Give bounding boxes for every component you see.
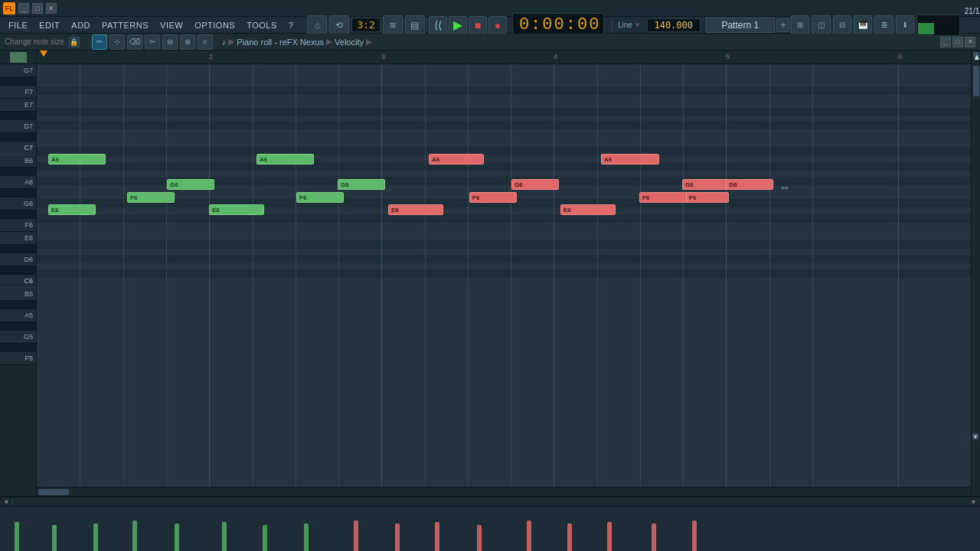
vel-bar-10[interactable] bbox=[395, 523, 400, 551]
key-F7[interactable]: F7 bbox=[0, 86, 36, 99]
breadcrumb-pianoroll[interactable]: Piano roll - reFX Nexus bbox=[237, 37, 324, 47]
cut-tool[interactable]: ✂ bbox=[145, 34, 160, 50]
vel-bar-7[interactable] bbox=[263, 525, 267, 551]
note-F6-1[interactable]: F6 bbox=[127, 192, 175, 203]
key-B5[interactable]: B5 bbox=[0, 288, 36, 301]
key-E7[interactable]: E7 bbox=[0, 99, 36, 112]
play-btn[interactable]: ▶ bbox=[449, 16, 467, 34]
mixer-icon[interactable]: ⊞ bbox=[791, 15, 809, 35]
pattern-selector[interactable]: Pattern 1 bbox=[706, 18, 775, 33]
vel-bar-17[interactable] bbox=[692, 520, 697, 551]
pianoroll-maximize-btn[interactable]: □ bbox=[952, 37, 963, 47]
magnet-btn[interactable]: ⌂ bbox=[307, 15, 327, 35]
stop-btn[interactable]: ■ bbox=[469, 16, 487, 34]
note-F6-5[interactable]: F6 bbox=[686, 192, 729, 203]
vel-bar-6[interactable] bbox=[222, 522, 227, 551]
key-F5[interactable]: F5 bbox=[0, 352, 36, 365]
key-B6[interactable]: B6 bbox=[0, 155, 36, 168]
key-A5[interactable]: A5 bbox=[0, 309, 36, 322]
grid-scroll[interactable]: A6 G6 F6 E6 A6 G6 F6 E6 bbox=[37, 64, 971, 487]
key-A6[interactable]: A6 bbox=[0, 176, 36, 189]
browser-icon[interactable]: ◫ bbox=[812, 15, 830, 35]
pattern-add-btn[interactable]: + bbox=[776, 18, 790, 32]
piano-icon[interactable]: 🎹 bbox=[854, 15, 872, 35]
pianoroll-close-btn[interactable]: ✕ bbox=[965, 37, 975, 47]
note-A6-3[interactable]: A6 bbox=[429, 154, 484, 165]
vel-bar-2[interactable] bbox=[52, 525, 57, 551]
key-Gb6[interactable] bbox=[0, 210, 36, 219]
minimize-button[interactable]: _ bbox=[18, 3, 29, 14]
record-btn[interactable]: ● bbox=[488, 16, 507, 34]
note-E6-4[interactable]: E6 bbox=[560, 204, 616, 215]
note-G6-3[interactable]: G6 bbox=[511, 179, 559, 190]
vel-bar-8[interactable] bbox=[304, 523, 309, 551]
note-E6-3[interactable]: E6 bbox=[388, 204, 443, 215]
vel-bar-11[interactable] bbox=[435, 522, 439, 551]
vel-bar-9[interactable] bbox=[354, 520, 358, 551]
plugins-icon[interactable]: ⊟ bbox=[833, 15, 851, 35]
v-scrollbar[interactable]: ▲ ▼ bbox=[971, 51, 980, 496]
menu-patterns[interactable]: PATTERNS bbox=[96, 19, 154, 31]
key-D6[interactable]: D6 bbox=[0, 253, 36, 266]
note-E6-1[interactable]: E6 bbox=[48, 204, 96, 215]
strum-tool[interactable]: ≈ bbox=[198, 34, 213, 50]
back-btn[interactable]: ⟨⟨ bbox=[429, 16, 447, 34]
key-Bb5[interactable] bbox=[0, 301, 36, 309]
h-scrollbar[interactable] bbox=[37, 487, 971, 496]
key-C7[interactable]: C7 bbox=[0, 142, 36, 155]
key-G5[interactable]: G5 bbox=[0, 331, 36, 344]
key-Db6[interactable] bbox=[0, 266, 36, 275]
vel-bar-15[interactable] bbox=[607, 522, 612, 551]
v-scrollbar-up[interactable]: ▲ bbox=[973, 52, 979, 58]
loop-btn[interactable]: ⟲ bbox=[329, 15, 349, 35]
menu-edit[interactable]: EDIT bbox=[34, 19, 65, 31]
key-G6[interactable]: G6 bbox=[0, 197, 36, 210]
draw-tool[interactable]: ✏ bbox=[92, 34, 107, 50]
note-G6-5[interactable]: G6 bbox=[726, 179, 773, 190]
note-G6-1[interactable]: G6 bbox=[167, 179, 214, 190]
note-E6-2[interactable]: E6 bbox=[209, 204, 264, 215]
note-G6-2[interactable]: G6 bbox=[338, 179, 385, 190]
v-scrollbar-thumb[interactable] bbox=[973, 66, 979, 96]
key-E6[interactable]: E6 bbox=[0, 232, 36, 245]
key-G7[interactable]: G7 bbox=[0, 64, 36, 77]
breadcrumb-velocity[interactable]: Velocity bbox=[335, 37, 364, 47]
menu-help[interactable]: ? bbox=[283, 19, 299, 31]
zoom-tool[interactable]: ⊕ bbox=[180, 34, 195, 50]
sample-icon[interactable]: ≣ bbox=[874, 15, 893, 35]
key-C6[interactable]: C6 bbox=[0, 275, 36, 288]
v-scrollbar-down[interactable]: ▼ bbox=[972, 433, 978, 439]
tempo-display[interactable]: 140.000 bbox=[647, 18, 701, 32]
maximize-button[interactable]: □ bbox=[32, 3, 43, 14]
vel-bar-4[interactable] bbox=[132, 520, 137, 551]
vel-bar-3[interactable] bbox=[93, 523, 98, 551]
eraser-tool[interactable]: ⌫ bbox=[127, 34, 142, 50]
note-F6-3[interactable]: F6 bbox=[469, 192, 517, 203]
menu-options[interactable]: OPTIONS bbox=[189, 19, 240, 31]
note-A6-4[interactable]: A6 bbox=[601, 154, 659, 165]
vel-bar-16[interactable] bbox=[652, 523, 656, 551]
mute-tool[interactable]: ⊖ bbox=[162, 34, 178, 50]
close-button[interactable]: ✕ bbox=[46, 3, 57, 14]
note-F6-2[interactable]: F6 bbox=[296, 192, 344, 203]
key-Eb6[interactable] bbox=[0, 245, 36, 253]
select-tool[interactable]: ⊹ bbox=[109, 34, 125, 50]
key-Ab6[interactable] bbox=[0, 189, 36, 197]
key-Db7[interactable] bbox=[0, 133, 36, 142]
menu-add[interactable]: ADD bbox=[66, 19, 96, 31]
step-btn[interactable]: ▤ bbox=[405, 15, 425, 35]
note-A6-1[interactable]: A6 bbox=[48, 154, 106, 165]
h-scrollbar-thumb[interactable] bbox=[38, 489, 69, 495]
note-A6-2[interactable]: A6 bbox=[256, 154, 314, 165]
pianoroll-minimize-btn[interactable]: _ bbox=[940, 37, 951, 47]
vel-bar-14[interactable] bbox=[567, 523, 572, 551]
vel-bar-13[interactable] bbox=[527, 520, 531, 551]
key-Eb7[interactable] bbox=[0, 112, 36, 120]
key-D7[interactable]: D7 bbox=[0, 120, 36, 133]
key-Gb5[interactable] bbox=[0, 344, 36, 352]
download-icon[interactable]: ⬇ bbox=[896, 15, 914, 35]
wave-btn[interactable]: ≋ bbox=[383, 15, 403, 35]
vel-bar-5[interactable] bbox=[175, 523, 179, 551]
note-F6-4[interactable]: F6 bbox=[639, 192, 689, 203]
menu-view[interactable]: VIEW bbox=[155, 19, 188, 31]
